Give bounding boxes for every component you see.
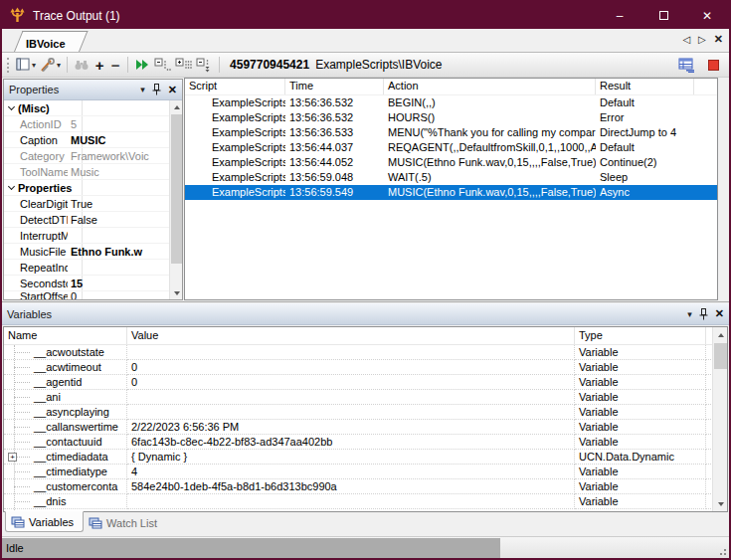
property-row[interactable]: StartOffset 0 xyxy=(4,291,169,299)
property-row[interactable]: RepeatInde xyxy=(4,260,169,276)
window-position-icon[interactable]: ▾ xyxy=(140,85,145,94)
trace-row[interactable]: ExampleScripts 13:56:36.532 BEGIN(,,) De… xyxy=(185,95,717,110)
property-value[interactable]: True xyxy=(68,198,169,210)
tab-variables[interactable]: Variables xyxy=(5,511,84,532)
property-value[interactable]: 0 xyxy=(68,291,169,299)
collapse-chevron-icon[interactable] xyxy=(4,107,18,109)
toolbar-grip[interactable] xyxy=(7,58,10,73)
step-out-button[interactable] xyxy=(194,55,215,76)
variable-value-cell[interactable]: 2/22/2023 6:56:36 PM xyxy=(127,420,575,435)
variable-value-cell[interactable]: { Dynamic } xyxy=(127,450,575,465)
collapse-chevron-icon[interactable] xyxy=(4,187,18,189)
variable-value-cell[interactable]: 0 xyxy=(127,375,575,390)
minimize-button[interactable]: – xyxy=(598,2,641,29)
variable-row[interactable]: +__acwoutstate Variable xyxy=(4,345,727,360)
variable-row[interactable]: +__ani Variable xyxy=(4,390,727,405)
add-button[interactable]: + xyxy=(91,55,107,76)
close-panel-icon[interactable]: ✕ xyxy=(715,307,724,320)
property-value[interactable]: MUSIC xyxy=(68,134,169,146)
variable-row[interactable]: +__callanswertime 2/22/2023 6:56:36 PM V… xyxy=(4,420,727,435)
variable-row[interactable]: +__agentid 0 Variable xyxy=(4,375,727,390)
resize-grip-icon[interactable] xyxy=(717,546,727,556)
column-header-value[interactable]: Value xyxy=(127,327,575,344)
variable-value-cell[interactable] xyxy=(127,494,575,509)
variable-value-cell[interactable]: 6fac143b-c8ec-4b22-bf83-ad347aa402bb xyxy=(127,435,575,450)
scroll-down-icon[interactable] xyxy=(170,286,183,299)
window-position-icon[interactable]: ▾ xyxy=(687,309,692,319)
stop-trace-icon[interactable] xyxy=(708,60,719,71)
variables-scrollbar[interactable] xyxy=(712,327,727,511)
view-options-button[interactable]: ▾ xyxy=(14,55,38,76)
close-panel-icon[interactable]: ✕ xyxy=(168,84,177,96)
trace-row[interactable]: ExampleScripts 13:56:36.533 MENU("%Thank… xyxy=(185,125,717,140)
property-row[interactable]: Category Framework\Voic xyxy=(4,148,169,164)
step-into-button[interactable] xyxy=(173,55,194,76)
variable-value-cell[interactable] xyxy=(127,345,575,360)
property-value[interactable]: 5 xyxy=(68,118,169,130)
session-id: 459770945421 xyxy=(230,58,309,72)
trace-row[interactable]: ExampleScripts 13:56:36.532 HOURS() Erro… xyxy=(185,110,717,125)
maximize-button[interactable] xyxy=(641,2,685,29)
scroll-up-icon[interactable] xyxy=(170,100,183,113)
property-value[interactable]: 15 xyxy=(68,278,169,289)
variable-row[interactable]: +__asyncplaying Variable xyxy=(4,405,727,420)
variable-row[interactable]: +__acwtimeout 0 Variable xyxy=(4,360,727,375)
property-row[interactable]: ToolName Music xyxy=(4,164,169,180)
trace-row[interactable]: ExampleScripts 13:56:59.549 MUSIC(Ethno … xyxy=(185,185,717,200)
remove-button[interactable]: − xyxy=(107,55,123,76)
property-row[interactable]: ClearDigits True xyxy=(4,196,169,212)
tab-watch-list[interactable]: Watch List xyxy=(84,512,166,533)
tools-button[interactable]: ▾ xyxy=(38,55,63,76)
column-header-action[interactable]: Action xyxy=(384,79,596,94)
property-value[interactable]: Music xyxy=(68,166,169,178)
property-row[interactable]: MusicFile Ethno Funk.w xyxy=(4,244,169,260)
scroll-down-icon[interactable] xyxy=(713,496,728,511)
column-header-name[interactable]: Name xyxy=(4,327,127,344)
variable-value-cell[interactable]: 0 xyxy=(127,360,575,375)
property-row[interactable]: DetectDTM False xyxy=(4,212,169,228)
variable-row[interactable]: +__contactuuid 6fac143b-c8ec-4b22-bf83-a… xyxy=(4,435,727,450)
variable-row[interactable]: +__ctimediatype 4 Variable xyxy=(4,465,727,479)
close-button[interactable]: ✕ xyxy=(685,2,729,29)
property-value[interactable]: False xyxy=(68,214,169,226)
expand-toggle-icon[interactable]: + xyxy=(8,453,17,462)
pin-icon[interactable] xyxy=(699,308,708,320)
variable-value-cell[interactable] xyxy=(127,390,575,405)
scrollbar-thumb[interactable] xyxy=(714,343,727,369)
column-header-time[interactable]: Time xyxy=(285,79,384,94)
property-row[interactable]: InterruptMe xyxy=(4,228,169,244)
property-group-row[interactable]: Properties xyxy=(4,180,169,196)
trace-action-cell: MUSIC(Ethno Funk.wav,0,15,,,,False,True) xyxy=(384,185,596,200)
variable-row[interactable]: +__customerconta 584e24b0-1deb-4f5a-b8d1… xyxy=(4,479,727,494)
property-value[interactable]: Framework\Voic xyxy=(68,150,169,162)
trace-row[interactable]: ExampleScripts 13:56:44.037 REQAGENT(,,D… xyxy=(185,140,717,155)
scroll-tabs-left-icon[interactable]: ◁ xyxy=(682,34,690,45)
property-group-row[interactable]: (Misc) xyxy=(4,100,169,116)
column-header-type[interactable]: Type xyxy=(575,327,706,344)
scroll-up-icon[interactable] xyxy=(713,327,728,342)
pin-icon[interactable] xyxy=(152,84,161,95)
property-row[interactable]: Secondsto 15 xyxy=(4,276,169,291)
tab-ibvoice[interactable]: IBVoice xyxy=(14,31,80,52)
step-over-button[interactable] xyxy=(152,55,173,76)
trace-row[interactable]: ExampleScripts 13:56:59.048 WAIT(.5) Sle… xyxy=(185,170,717,185)
property-value[interactable]: Ethno Funk.w xyxy=(68,246,169,258)
variable-row[interactable]: +__dnis Variable xyxy=(4,494,727,509)
find-button[interactable] xyxy=(72,55,91,76)
column-header-result[interactable]: Result xyxy=(596,79,694,94)
show-grid-button[interactable] xyxy=(676,55,698,76)
variable-value-cell[interactable]: 4 xyxy=(127,465,575,479)
scrollbar-thumb[interactable] xyxy=(171,114,182,264)
trace-row[interactable]: ExampleScripts 13:56:44.052 MUSIC(Ethno … xyxy=(185,155,717,170)
variable-value-cell[interactable]: 584e24b0-1deb-4f5a-b8d1-b6d313bc990a xyxy=(127,479,575,494)
property-row[interactable]: Caption MUSIC xyxy=(4,132,169,148)
close-tab-icon[interactable]: ✕ xyxy=(714,33,723,46)
trace-result-cell: Default xyxy=(596,140,694,155)
scroll-tabs-right-icon[interactable]: ▷ xyxy=(698,34,706,45)
property-row[interactable]: ActionID 5 xyxy=(4,116,169,132)
continue-run-button[interactable] xyxy=(132,55,152,76)
variable-value-cell[interactable] xyxy=(127,405,575,420)
properties-scrollbar[interactable] xyxy=(169,100,182,299)
column-header-script[interactable]: Script xyxy=(185,79,285,94)
variable-row[interactable]: +__ctimediadata { Dynamic } UCN.Data.Dyn… xyxy=(4,450,727,465)
